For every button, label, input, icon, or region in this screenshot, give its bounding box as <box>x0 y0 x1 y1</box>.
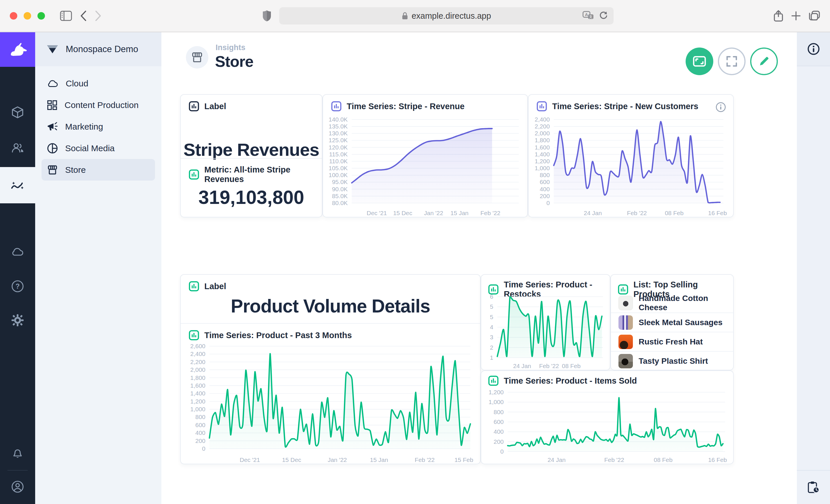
new-tab-icon[interactable] <box>791 11 801 21</box>
info-icon[interactable] <box>715 102 726 112</box>
svg-text:A: A <box>585 12 588 17</box>
svg-text:85.0K: 85.0K <box>332 193 348 199</box>
panel-title: Time Series: Product - Items Sold <box>504 376 637 385</box>
svg-text:2: 2 <box>490 344 493 351</box>
module-users-icon[interactable] <box>0 131 35 165</box>
module-content-icon[interactable] <box>0 95 35 130</box>
svg-text:400: 400 <box>494 428 504 435</box>
nav-item-label: Cloud <box>66 79 88 89</box>
product-thumbnail <box>618 315 633 330</box>
svg-text:4: 4 <box>490 324 493 330</box>
sidebar-toggle-icon[interactable] <box>60 11 72 21</box>
nav-item-content-production[interactable]: Content Production <box>41 94 155 116</box>
panel-title: Label <box>204 282 226 291</box>
project-signal-icon <box>46 44 59 55</box>
panel-restocks: Time Series: Product - Restocks 65543212… <box>481 274 610 370</box>
panel-title: Time Series: Product - Past 3 Months <box>204 331 352 340</box>
dashboard-workspace: Label Stripe Revenues Metric: All-time S… <box>161 87 797 504</box>
right-sidebar <box>797 32 830 504</box>
svg-text:120.0K: 120.0K <box>328 144 348 150</box>
navigation-panel: Monospace Demo Cloud Content Production … <box>35 32 161 504</box>
svg-text:1,000: 1,000 <box>488 399 504 405</box>
svg-text:08 Feb: 08 Feb <box>654 457 673 463</box>
dashboard-icon-circle[interactable] <box>186 46 209 69</box>
tab-overview-icon[interactable] <box>809 10 820 21</box>
reload-icon[interactable] <box>599 11 608 21</box>
module-insights-icon[interactable] <box>0 167 35 203</box>
project-switcher[interactable]: Monospace Demo <box>35 32 161 66</box>
svg-text:6: 6 <box>490 293 493 300</box>
svg-text:1: 1 <box>490 354 493 361</box>
activity-log-button[interactable] <box>797 470 830 504</box>
clipboard-clock-icon <box>807 480 821 494</box>
url-bar[interactable]: example.directus.app A文 <box>279 7 613 25</box>
module-help-icon[interactable]: ? <box>0 269 35 304</box>
storefront-icon <box>47 164 58 176</box>
svg-text:0: 0 <box>202 445 205 452</box>
svg-text:200: 200 <box>494 438 504 445</box>
nav-item-label: Social Media <box>65 143 115 153</box>
panel-type-icon <box>189 281 199 292</box>
user-avatar[interactable] <box>0 469 35 504</box>
list-item[interactable]: Rustic Fresh Hat <box>611 332 733 351</box>
svg-text:1,200: 1,200 <box>488 389 504 396</box>
svg-text:600: 600 <box>494 418 504 425</box>
nav-item-store[interactable]: Store <box>41 159 155 180</box>
svg-text:90.0K: 90.0K <box>332 186 348 192</box>
list-item[interactable]: Tasty Plastic Shirt <box>611 351 733 370</box>
product-list: Handmade Cotton Cheese Sleek Metal Sausa… <box>611 293 733 370</box>
page-title: Store <box>215 53 253 70</box>
back-button[interactable] <box>79 10 87 22</box>
panel-stripe-revenue: Time Series: Stripe - Revenue 140.0K135.… <box>322 94 528 217</box>
product-name: Handmade Cotton Cheese <box>639 294 726 312</box>
forward-button[interactable] <box>95 10 102 22</box>
auto-refresh-button[interactable] <box>685 47 713 75</box>
svg-text:1,000: 1,000 <box>190 406 205 412</box>
breadcrumb[interactable]: Insights <box>216 43 246 52</box>
module-settings-icon[interactable] <box>0 303 35 338</box>
share-icon[interactable] <box>773 10 783 22</box>
fullscreen-button[interactable] <box>718 47 745 75</box>
minimize-window-button[interactable] <box>24 12 31 20</box>
svg-text:110.0K: 110.0K <box>329 158 348 164</box>
svg-text:400: 400 <box>195 429 205 436</box>
panel-type-icon <box>189 101 199 111</box>
window-controls <box>10 12 45 20</box>
nav-item-social-media[interactable]: Social Media <box>41 137 155 159</box>
edit-dashboard-button[interactable] <box>750 47 778 75</box>
panel-type-icon <box>331 101 342 111</box>
product-name: Tasty Plastic Shirt <box>639 357 708 366</box>
svg-text:5: 5 <box>490 314 493 320</box>
list-item[interactable]: Handmade Cotton Cheese <box>611 293 733 312</box>
svg-text:2,000: 2,000 <box>535 130 550 136</box>
panel-title: Metric: All-time Stripe Revenues <box>204 165 314 184</box>
product-thumbnail <box>618 354 633 368</box>
translate-icon[interactable]: A文 <box>582 11 594 21</box>
nav-item-marketing[interactable]: Marketing <box>41 116 155 137</box>
svg-text:15 Dec: 15 Dec <box>393 210 412 216</box>
svg-text:5: 5 <box>490 303 493 310</box>
panel-type-icon <box>189 169 199 180</box>
nav-item-cloud[interactable]: Cloud <box>41 73 155 94</box>
items-sold-chart: 1,2001,000800600400200024 JanFeb '2208 F… <box>481 388 733 464</box>
svg-text:2,400: 2,400 <box>535 116 550 123</box>
svg-text:Feb '22: Feb '22 <box>604 457 624 463</box>
rabbit-logo-icon <box>8 41 27 58</box>
svg-text:16 Feb: 16 Feb <box>708 457 727 463</box>
directus-logo[interactable] <box>0 32 35 67</box>
sidebar-info-button[interactable] <box>797 32 830 66</box>
close-window-button[interactable] <box>10 12 17 20</box>
panel-new-customers: Time Series: Stripe - New Customers 2,40… <box>528 94 734 217</box>
svg-text:24 Jan: 24 Jan <box>548 457 566 463</box>
frame-icon <box>692 55 707 68</box>
module-cloud-icon[interactable] <box>0 234 35 269</box>
privacy-shield-icon[interactable] <box>262 10 272 22</box>
product-thumbnail <box>618 296 633 310</box>
svg-text:?: ? <box>15 282 20 290</box>
zoom-window-button[interactable] <box>37 12 45 20</box>
pencil-icon <box>758 55 770 68</box>
nav-item-label: Content Production <box>65 100 139 110</box>
project-name: Monospace Demo <box>66 44 138 55</box>
notifications-bell-icon[interactable] <box>0 436 35 471</box>
list-item[interactable]: Sleek Metal Sausages <box>611 312 733 332</box>
